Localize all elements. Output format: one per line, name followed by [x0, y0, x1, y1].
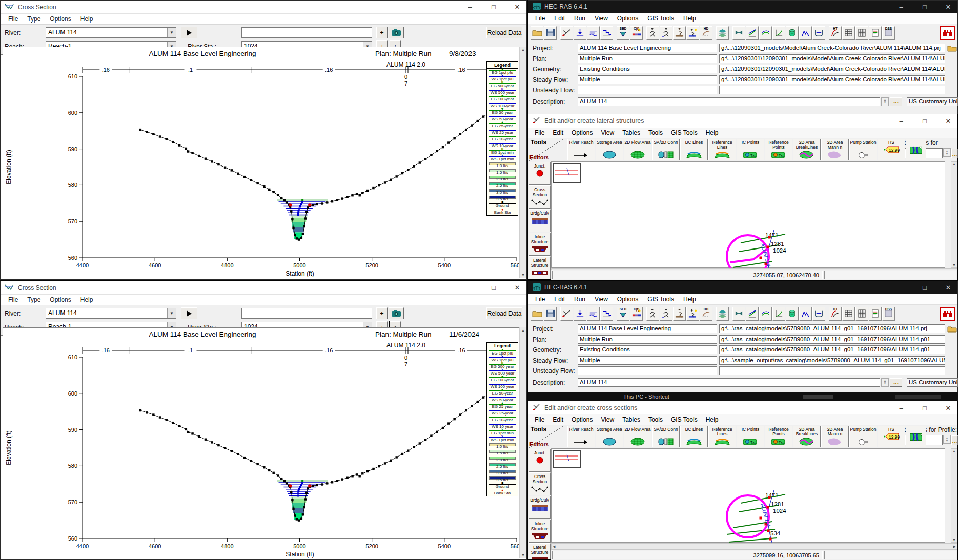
- warnings-icon[interactable]: [869, 26, 882, 40]
- menu-run[interactable]: Run: [569, 295, 590, 304]
- geometry-path[interactable]: g:\...\12090301\12090301_models\Model\Al…: [719, 65, 945, 73]
- menu-gis-tools[interactable]: GIS Tools: [667, 415, 702, 424]
- profile-plot-icon[interactable]: [746, 26, 759, 40]
- general-profile-icon[interactable]: [759, 26, 772, 40]
- titlebar[interactable]: Cross Section – □ ✕: [1, 281, 526, 295]
- reload-data-button[interactable]: Reload Data: [486, 27, 522, 38]
- close-button[interactable]: ✕: [943, 404, 953, 412]
- profile-table-icon[interactable]: [842, 26, 855, 40]
- menu-view[interactable]: View: [590, 14, 613, 23]
- cross-section-plot-icon[interactable]: [732, 26, 745, 40]
- minimize-button[interactable]: –: [896, 3, 906, 11]
- schematic-canvas[interactable]: 147112811024534250ALUM 114: [551, 161, 945, 268]
- menu-edit[interactable]: Edit: [548, 415, 567, 424]
- camera-icon[interactable]: [389, 307, 404, 319]
- storage-area-button[interactable]: Storage Area: [596, 139, 623, 160]
- menu-type[interactable]: Type: [23, 295, 45, 304]
- sidebar-junct--button[interactable]: Junct.: [529, 449, 551, 472]
- menu-options[interactable]: Options: [567, 128, 597, 137]
- 3d-view-icon[interactable]: [786, 26, 799, 40]
- maximize-button[interactable]: □: [920, 284, 930, 292]
- menu-tools[interactable]: Tools: [644, 415, 667, 424]
- description-value[interactable]: ALUM 114: [578, 378, 880, 387]
- plot-animate-button[interactable]: [181, 307, 197, 319]
- titlebar[interactable]: HEC-RAS 6.4.1 – □ ✕: [528, 1, 957, 13]
- sidebar-lateral-structure-button[interactable]: Lateral Structure: [529, 543, 551, 559]
- minimize-button[interactable]: –: [896, 284, 906, 292]
- open-folder-icon[interactable]: [946, 44, 957, 52]
- plan-value[interactable]: Multiple Run: [578, 54, 717, 63]
- open-project-icon[interactable]: [531, 26, 543, 40]
- stage-flow-icon[interactable]: [812, 307, 825, 321]
- geometry-editor-icon[interactable]: [560, 26, 573, 40]
- plot-animate-button[interactable]: [181, 27, 197, 38]
- ic-points-button[interactable]: IC PointsTxt: [737, 426, 764, 447]
- summary-table-icon[interactable]: [855, 307, 868, 321]
- 2d-area-breaklines-button[interactable]: 2D Area BreakLines: [793, 139, 821, 160]
- plot-vertical-scrollbar[interactable]: ▲▼: [519, 47, 526, 278]
- sidebar-inline-structure-button[interactable]: Inline Structure: [529, 520, 551, 543]
- hydrograph-icon[interactable]: [799, 307, 812, 321]
- mapper-button[interactable]: [906, 426, 926, 447]
- sediment-data-icon[interactable]: SED: [617, 307, 629, 321]
- menu-file[interactable]: File: [531, 14, 549, 23]
- steady-flow-icon[interactable]: [574, 307, 586, 321]
- menu-tools[interactable]: Tools: [644, 128, 667, 137]
- hydrograph-icon[interactable]: [799, 26, 812, 40]
- run-sediment-icon[interactable]: [673, 307, 686, 321]
- description-expand-button[interactable]: ...: [951, 149, 958, 158]
- description-spinner[interactable]: ▲▼: [943, 148, 951, 157]
- save-project-icon[interactable]: [544, 307, 557, 321]
- menu-help[interactable]: Help: [702, 128, 723, 137]
- ras-mapper-icon[interactable]: [716, 307, 729, 321]
- menu-tables[interactable]: Tables: [618, 128, 644, 137]
- plan-path[interactable]: g:\...\12090301\12090301_models\Model\Al…: [719, 54, 945, 63]
- run-water-quality-icon[interactable]: [686, 307, 699, 321]
- titlebar[interactable]: Edit and/or create lateral structures – …: [528, 114, 957, 128]
- sidebar-inline-structure-button[interactable]: Inline Structure: [529, 233, 551, 256]
- ras-mapper-icon[interactable]: [716, 26, 729, 40]
- canvas-vertical-scrollbar[interactable]: ▲▼: [951, 448, 957, 543]
- stage-flow-icon[interactable]: [812, 26, 825, 40]
- reference-points-button[interactable]: Reference PointsTxt: [765, 426, 792, 447]
- dss-icon[interactable]: DSS: [882, 26, 895, 40]
- unsteady-flow-icon[interactable]: [587, 307, 600, 321]
- minimize-button[interactable]: –: [896, 117, 906, 125]
- steady-flow-value[interactable]: Multiple: [578, 75, 717, 84]
- quasi-unsteady-icon[interactable]: [600, 307, 613, 321]
- river-select[interactable]: ALUM 114▼: [46, 308, 176, 319]
- river-reach-button[interactable]: River Reach: [567, 426, 595, 447]
- close-button[interactable]: ✕: [512, 3, 522, 11]
- warnings-icon[interactable]: [869, 307, 882, 321]
- cross-section-plot[interactable]: ALUM 114 Base Level EngineeringPlan: Mul…: [3, 47, 521, 278]
- project-path[interactable]: g:\...\ras_catalog\models\5789080_ALUM 1…: [719, 324, 945, 333]
- description-expand-button[interactable]: ...: [890, 378, 902, 387]
- dss-icon[interactable]: DSS: [882, 307, 895, 321]
- menu-options[interactable]: Options: [567, 415, 597, 424]
- 3d-view-icon[interactable]: [786, 307, 799, 321]
- run-steady-icon[interactable]: [646, 26, 659, 40]
- description-spinner[interactable]: ▲▼: [881, 378, 889, 387]
- geometry-value[interactable]: Existing Conditions: [578, 345, 717, 354]
- geometry-value[interactable]: Existing Conditions: [578, 65, 717, 73]
- menu-help[interactable]: Help: [76, 295, 98, 304]
- unsteady-flow-path[interactable]: [719, 86, 945, 94]
- menu-file[interactable]: File: [531, 128, 548, 137]
- description-expand-button[interactable]: ...: [951, 435, 958, 445]
- schematic-overview-box[interactable]: [553, 163, 581, 183]
- pump-station-button[interactable]: Pump Station: [849, 426, 877, 447]
- canvas-horizontal-scrollbar[interactable]: ◀▶: [551, 543, 957, 550]
- node-name-field[interactable]: [241, 27, 372, 38]
- menu-file[interactable]: File: [531, 415, 548, 424]
- menu-edit[interactable]: Edit: [548, 128, 567, 137]
- menu-options[interactable]: Options: [613, 14, 643, 23]
- 2d-flow-area-button[interactable]: 2D Flow Area: [624, 426, 651, 447]
- save-project-icon[interactable]: [544, 26, 557, 40]
- steady-flow-value[interactable]: Multiple: [578, 356, 717, 365]
- description-spinner[interactable]: ▲▼: [881, 97, 889, 106]
- close-button[interactable]: ✕: [943, 117, 953, 125]
- steady-flow-path[interactable]: g:\...\12090301\12090301_models\Model\Al…: [719, 75, 945, 84]
- minimize-button[interactable]: –: [465, 3, 475, 11]
- minimize-button[interactable]: –: [465, 284, 475, 292]
- storage-area-button[interactable]: Storage Area: [596, 426, 623, 447]
